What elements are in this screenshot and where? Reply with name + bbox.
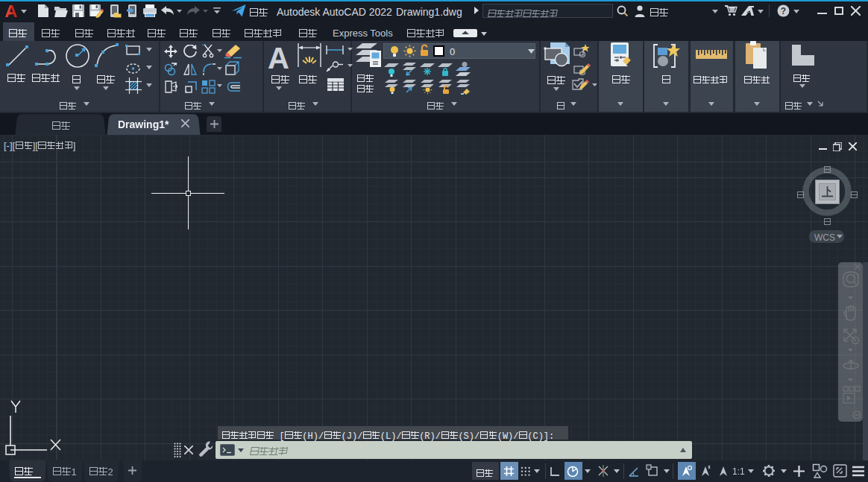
- svg-text:?: ?: [781, 6, 786, 16]
